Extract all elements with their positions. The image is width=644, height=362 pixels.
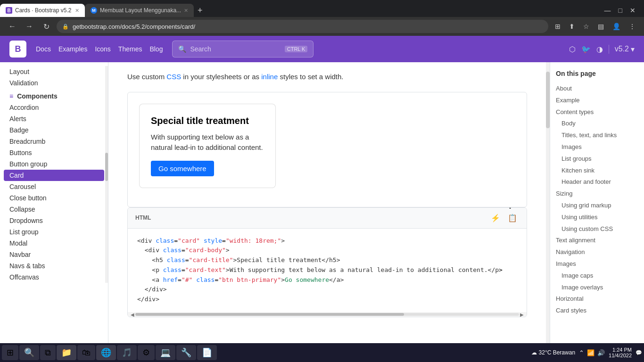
sidebar-item-alerts[interactable]: Alerts	[0, 113, 108, 124]
code-scrollbar-area[interactable]: ◀ ▶	[128, 312, 527, 317]
sidebar-item-dropdowns[interactable]: Dropdowns	[0, 215, 108, 226]
toc-horizontal[interactable]: Horizontal	[556, 293, 638, 305]
toc-body[interactable]: Body	[556, 118, 638, 130]
window-controls: — □ ✕	[596, 4, 644, 17]
chrome-taskbar[interactable]: ⚙	[138, 345, 155, 360]
sidebar-item-carousel[interactable]: Carousel	[0, 181, 108, 192]
share-icon[interactable]: ⬆	[566, 21, 578, 32]
sidebar-item-navbar[interactable]: Navbar	[0, 249, 108, 260]
sidebar-item-modal[interactable]: Modal	[0, 238, 108, 249]
twitter-icon[interactable]: 🐦	[581, 45, 591, 54]
browser-tab-1[interactable]: B Cards · Bootstrap v5.2 ✕	[0, 4, 85, 17]
search-box[interactable]: 🔍 Search CTRL K	[172, 41, 314, 58]
profile-icon[interactable]: 👤	[610, 21, 623, 32]
css-link[interactable]: CSS	[166, 73, 181, 81]
sidebar-item-buttons[interactable]: Buttons	[0, 147, 108, 158]
spotify-taskbar[interactable]: 🎵	[117, 345, 137, 360]
sidebar-item-layout[interactable]: Layout	[0, 66, 108, 77]
inline-link[interactable]: inline	[261, 73, 278, 81]
sidebar-item-accordion[interactable]: Accordion	[0, 102, 108, 113]
sidebar-toggle-icon[interactable]: ▤	[595, 21, 607, 32]
card-title: Special title treatment	[151, 115, 264, 126]
close-button[interactable]: ✕	[627, 6, 638, 15]
scroll-right-arrow[interactable]: ▶	[519, 312, 525, 317]
toc-text-alignment[interactable]: Text alignment	[556, 235, 638, 247]
forward-button[interactable]: →	[23, 20, 36, 33]
back-button[interactable]: ←	[6, 20, 19, 33]
bootstrap-brand[interactable]: B	[9, 41, 26, 58]
version-selector[interactable]: v5.2 ▾	[609, 45, 635, 54]
code-scrollbar-track[interactable]	[135, 313, 519, 316]
toc-content-types[interactable]: Content types	[556, 107, 638, 118]
go-somewhere-button[interactable]: Go somewhere	[151, 161, 214, 176]
address-bar[interactable]: 🔒 getbootstrap.com/docs/5.2/components/c…	[57, 20, 548, 33]
nav-examples[interactable]: Examples	[58, 45, 87, 53]
lightning-icon[interactable]: ⚡	[489, 212, 502, 224]
sidebar-item-close-button[interactable]: Close button	[0, 192, 108, 204]
copy-icon[interactable]: 📋	[506, 212, 519, 224]
acrobat-taskbar[interactable]: 📄	[197, 345, 217, 360]
minimize-button[interactable]: —	[602, 6, 614, 15]
network-icon[interactable]: 📶	[587, 349, 594, 356]
tab2-close[interactable]: ✕	[184, 8, 188, 14]
toc-kitchen-sink[interactable]: Kitchen sink	[556, 165, 638, 177]
search-taskbar[interactable]: 🔍	[19, 345, 39, 360]
toc-using-grid[interactable]: Using grid markup	[556, 200, 638, 212]
toc-navigation[interactable]: Navigation	[556, 247, 638, 258]
reload-button[interactable]: ↻	[40, 20, 53, 33]
taskbar-clock[interactable]: 1:24 PM 11/4/2022	[609, 347, 632, 358]
sidebar-item-offcanvas[interactable]: Offcanvas	[0, 272, 108, 283]
github-icon[interactable]: ⬡	[569, 45, 576, 54]
toc-image-caps[interactable]: Image caps	[556, 270, 638, 282]
nav-themes[interactable]: Themes	[118, 45, 142, 53]
task-view-button[interactable]: ⧉	[40, 345, 56, 360]
notification-icon[interactable]: 💬	[636, 350, 642, 356]
search-container[interactable]: 🔍 Search CTRL K	[172, 41, 314, 58]
sidebar-item-badge[interactable]: Badge	[0, 124, 108, 136]
theme-icon[interactable]: ◑	[596, 45, 603, 54]
tab1-favicon: B	[6, 7, 12, 14]
app6-taskbar[interactable]: 🔧	[176, 345, 196, 360]
toc-titles-text[interactable]: Titles, text, and links	[556, 130, 638, 141]
sidebar-item-collapse[interactable]: Collapse	[0, 204, 108, 215]
extensions-icon[interactable]: ⊞	[552, 21, 563, 32]
toc-header-footer[interactable]: Header and footer	[556, 176, 638, 188]
toc-images2[interactable]: Images	[556, 258, 638, 270]
start-button[interactable]: ⊞	[2, 345, 18, 360]
new-tab-button[interactable]: +	[194, 6, 206, 16]
toc-example[interactable]: Example	[556, 95, 638, 107]
browser-titlebar: B Cards · Bootstrap v5.2 ✕ M Membuat Lay…	[0, 0, 644, 17]
browser-tab-2[interactable]: M Membuat Layout Menggunaka... ✕	[85, 4, 194, 17]
right-sidebar-scrollbar[interactable]	[546, 62, 550, 343]
toc-using-utilities[interactable]: Using utilities	[556, 212, 638, 223]
right-scrollbar-thumb[interactable]	[546, 72, 550, 128]
nav-docs[interactable]: Docs	[36, 45, 51, 53]
vscode-taskbar[interactable]: 💻	[156, 345, 175, 360]
toc-about[interactable]: About	[556, 83, 638, 95]
chevron-up-icon[interactable]: ⌃	[579, 349, 584, 356]
sidebar-item-card[interactable]: Card	[4, 170, 104, 181]
code-scrollbar-thumb[interactable]	[135, 313, 404, 316]
toc-image-overlays[interactable]: Image overlays	[556, 282, 638, 294]
volume-icon[interactable]: 🔊	[597, 349, 605, 356]
toc-sizing[interactable]: Sizing	[556, 188, 638, 200]
sidebar-item-button-group[interactable]: Button group	[0, 158, 108, 170]
toc-images[interactable]: Images	[556, 141, 638, 153]
edge-taskbar[interactable]: 🌐	[96, 345, 116, 360]
maximize-button[interactable]: □	[616, 6, 625, 15]
nav-blog[interactable]: Blog	[149, 45, 163, 53]
sidebar-item-validation[interactable]: Validation	[0, 77, 108, 89]
sidebar-item-list-group[interactable]: List group	[0, 226, 108, 238]
toc-list-groups[interactable]: List groups	[556, 153, 638, 165]
tab1-close[interactable]: ✕	[75, 8, 79, 14]
store-taskbar[interactable]: 🛍	[77, 345, 95, 360]
bookmark-icon[interactable]: ☆	[580, 21, 592, 32]
sidebar-item-navs-tabs[interactable]: Navs & tabs	[0, 260, 108, 272]
nav-icons[interactable]: Icons	[95, 45, 110, 53]
scroll-left-arrow[interactable]: ◀	[130, 312, 135, 317]
toc-card-styles[interactable]: Card styles	[556, 305, 638, 317]
menu-icon[interactable]: ⋮	[626, 21, 638, 32]
toc-using-custom-css[interactable]: Using custom CSS	[556, 223, 638, 235]
sidebar-item-breadcrumb[interactable]: Breadcrumb	[0, 136, 108, 147]
file-explorer-taskbar[interactable]: 📁	[57, 345, 76, 360]
